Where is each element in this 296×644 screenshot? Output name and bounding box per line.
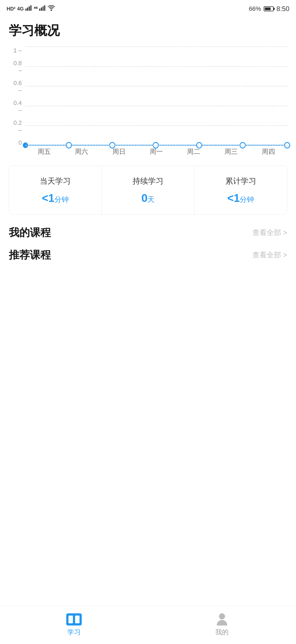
x-label-tue: 周二	[175, 147, 212, 156]
signal-4g-2: ⁴⁶	[34, 6, 38, 12]
signal-bars-1	[25, 5, 32, 12]
x-label-thu: 周四	[250, 147, 287, 156]
svg-rect-5	[41, 7, 42, 11]
svg-rect-0	[25, 9, 27, 11]
y-label-0.8: 0.8 –	[9, 60, 24, 74]
y-label-1: 1 –	[9, 47, 24, 54]
time-display: 8:50	[276, 5, 289, 13]
nav-label-profile: 我的	[215, 628, 229, 637]
grid-line-0.4	[25, 106, 287, 106]
svg-point-8	[51, 10, 52, 11]
stat-total-value: <1分钟	[227, 192, 254, 204]
chart-plot-area	[25, 47, 287, 146]
nav-item-study[interactable]: 学习	[0, 609, 148, 641]
profile-icon	[217, 613, 227, 625]
x-label-sun: 周日	[100, 147, 138, 156]
signal-bars-2	[39, 5, 46, 12]
battery-icon	[264, 6, 274, 11]
grid-line-1	[25, 46, 287, 47]
svg-rect-16	[68, 616, 73, 623]
nav-label-study: 学习	[67, 628, 81, 637]
signal-4g-1: 4G	[17, 6, 24, 12]
svg-rect-4	[39, 9, 40, 11]
svg-rect-6	[43, 6, 44, 11]
y-label-0: 0	[9, 139, 24, 146]
battery-percent: 66%	[249, 5, 261, 12]
y-label-0.6: 0.6 –	[9, 80, 24, 94]
wifi-icon	[47, 5, 55, 13]
chart-container: 0 0.2 – 0.4 – 0.6 – 0.8 – 1 –	[9, 47, 287, 157]
svg-rect-3	[30, 5, 31, 11]
status-left-icons: HD² 4G ⁴⁶	[7, 5, 55, 13]
hd-indicator: HD²	[7, 6, 15, 12]
stat-total-label: 累计学习	[225, 176, 256, 186]
chart-svg	[25, 47, 287, 146]
grid-line-0.6	[25, 86, 287, 86]
svg-rect-17	[75, 616, 80, 623]
stats-card: 当天学习 <1分钟 持续学习 0天 累计学习 <1分钟	[9, 166, 287, 215]
stat-daily: 当天学习 <1分钟	[9, 166, 102, 214]
nav-item-profile[interactable]: 我的	[148, 609, 296, 641]
recommended-courses-header: 推荐课程 查看全部 >	[9, 248, 287, 262]
bottom-nav: 学习 我的	[0, 605, 296, 644]
my-courses-header: 我的课程 查看全部 >	[9, 226, 287, 240]
recommended-courses-view-all[interactable]: 查看全部 >	[252, 250, 287, 260]
chart-x-labels: 周五 周六 周日 周一 周二 周三 周四	[25, 146, 287, 157]
stat-continuous-label: 持续学习	[133, 176, 163, 186]
x-label-wed: 周三	[212, 147, 250, 156]
svg-rect-1	[27, 7, 28, 11]
x-label-fri: 周五	[25, 147, 63, 156]
grid-line-0.8	[25, 66, 287, 67]
recommended-courses-title: 推荐课程	[9, 248, 51, 262]
y-label-0.2: 0.2 –	[9, 119, 24, 134]
svg-rect-2	[29, 6, 30, 11]
stat-daily-label: 当天学习	[40, 176, 71, 186]
main-content: 学习概况 0 0.2 – 0.4 – 0.6 – 0.8 – 1 –	[0, 17, 296, 273]
my-courses-title: 我的课程	[9, 226, 51, 240]
my-courses-view-all[interactable]: 查看全部 >	[252, 228, 287, 237]
page-title: 学习概况	[9, 22, 287, 39]
x-label-mon: 周一	[138, 147, 175, 156]
svg-rect-7	[44, 5, 45, 11]
chart-area: 0 0.2 – 0.4 – 0.6 – 0.8 – 1 –	[9, 47, 287, 157]
stat-total: 累计学习 <1分钟	[194, 166, 287, 214]
chart-y-labels: 0 0.2 – 0.4 – 0.6 – 0.8 – 1 –	[9, 47, 24, 146]
stat-continuous: 持续学习 0天	[102, 166, 195, 214]
grid-line-0.2	[25, 125, 287, 126]
stat-daily-value: <1分钟	[42, 192, 69, 204]
study-icon	[66, 613, 82, 625]
stat-continuous-value: 0天	[141, 192, 155, 204]
x-label-sat: 周六	[63, 147, 100, 156]
status-right: 66% 8:50	[249, 5, 289, 13]
status-bar: HD² 4G ⁴⁶	[0, 0, 296, 17]
y-label-0.4: 0.4 –	[9, 99, 24, 114]
